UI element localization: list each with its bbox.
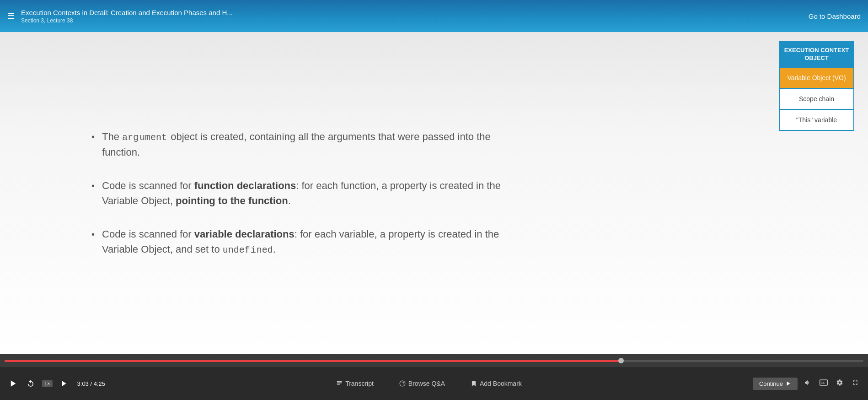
forward-button[interactable] <box>58 378 70 389</box>
fullscreen-button[interactable] <box>850 377 861 390</box>
bullet-text-3: Code is scanned for variable declaration… <box>102 227 503 257</box>
progress-fill <box>5 360 621 362</box>
bullet-item-1: • The argument object is created, contai… <box>91 129 503 160</box>
svg-text:?: ? <box>402 382 404 386</box>
bullet-dot-3: • <box>91 227 95 241</box>
svg-rect-1 <box>337 381 342 382</box>
browse-qa-label: Browse Q&A <box>408 380 445 387</box>
bullet-item-2: • Code is scanned for function declarati… <box>91 178 503 208</box>
bold-function-declarations: function declarations <box>194 180 296 191</box>
mono-argument: argument <box>122 132 168 143</box>
svg-marker-0 <box>11 380 16 387</box>
svg-marker-6 <box>787 382 790 386</box>
settings-button[interactable] <box>834 377 845 390</box>
exec-context-this: "This" variable <box>780 109 853 130</box>
slide-content: • The argument object is created, contai… <box>0 32 868 354</box>
add-bookmark-label: Add Bookmark <box>480 380 522 387</box>
transcript-button[interactable]: Transcript <box>332 378 377 389</box>
continue-button[interactable]: Continue <box>753 378 798 390</box>
volume-button[interactable] <box>802 377 813 390</box>
bullet-text-2: Code is scanned for function declaration… <box>102 178 503 208</box>
progress-track[interactable] <box>5 360 863 362</box>
video-area: • The argument object is created, contai… <box>0 32 868 354</box>
go-to-dashboard-link[interactable]: Go to Dashboard <box>809 12 861 20</box>
bottom-bar: 1× 3:03 / 4:25 Transcript ? Browse Q&A A… <box>0 354 868 400</box>
time-display: 3:03 / 4:25 <box>77 380 105 387</box>
bullet-item-3: • Code is scanned for variable declarati… <box>91 227 503 257</box>
lecture-title: Execution Contexts in Detail: Creation a… <box>21 9 233 16</box>
exec-context-scope: Scope chain <box>780 88 853 109</box>
cc-button[interactable]: CC <box>818 378 830 389</box>
speed-badge[interactable]: 1× <box>42 380 53 387</box>
title-group: Execution Contexts in Detail: Creation a… <box>21 9 233 24</box>
add-bookmark-button[interactable]: Add Bookmark <box>467 378 525 389</box>
svg-rect-2 <box>337 383 342 384</box>
transcript-label: Transcript <box>345 380 374 387</box>
play-button[interactable] <box>7 378 19 389</box>
right-controls: Continue CC <box>753 377 861 390</box>
bullet-text-1: The argument object is created, containi… <box>102 129 503 160</box>
exec-context-header: EXECUTION CONTEXT OBJECT <box>780 42 853 67</box>
section-label: Section 3, Lecture 38 <box>21 17 233 24</box>
exec-context-vo: Variable Object (VO) <box>780 67 853 88</box>
bold-variable-declarations: variable declarations <box>194 228 295 240</box>
bullet-dot-2: • <box>91 179 95 193</box>
progress-container[interactable] <box>0 354 868 367</box>
bullet-dot-1: • <box>91 130 95 144</box>
browse-qa-button[interactable]: ? Browse Q&A <box>396 378 449 389</box>
svg-text:CC: CC <box>821 381 825 384</box>
exec-context-box: EXECUTION CONTEXT OBJECT Variable Object… <box>779 41 854 131</box>
controls-row: 1× 3:03 / 4:25 Transcript ? Browse Q&A A… <box>0 367 868 400</box>
mono-undefined: undefined <box>223 245 273 255</box>
center-controls: Transcript ? Browse Q&A Add Bookmark <box>111 378 747 389</box>
bold-pointing: pointing to the function <box>176 195 288 206</box>
hamburger-icon[interactable]: ☰ <box>7 11 15 21</box>
bullet-list: • The argument object is created, contai… <box>91 129 503 257</box>
top-bar: ☰ Execution Contexts in Detail: Creation… <box>0 0 868 32</box>
progress-thumb <box>618 358 624 363</box>
replay-button[interactable] <box>25 378 37 389</box>
svg-rect-3 <box>337 384 340 385</box>
